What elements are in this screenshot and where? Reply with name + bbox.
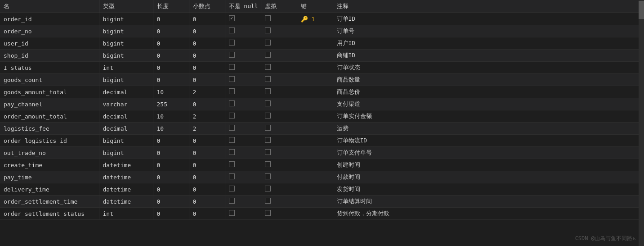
notnull-checkbox[interactable] <box>229 186 235 191</box>
cell-virtual[interactable] <box>261 13 297 25</box>
table-row[interactable]: logistics_feedecimal102运费 <box>0 123 644 135</box>
table-row[interactable]: shop_idbigint00商铺ID <box>0 50 644 62</box>
cell-notnull[interactable] <box>225 159 261 171</box>
notnull-checkbox[interactable] <box>229 76 235 82</box>
header-virtual: 虚拟 <box>261 0 297 13</box>
cell-notnull[interactable] <box>225 13 261 25</box>
cell-notnull[interactable] <box>225 135 261 147</box>
virtual-checkbox[interactable] <box>265 173 271 179</box>
virtual-checkbox[interactable] <box>265 113 271 118</box>
table-row[interactable]: user_idbigint00用户ID <box>0 37 644 50</box>
cell-notnull[interactable] <box>225 37 261 50</box>
cell-notnull[interactable] <box>225 183 261 196</box>
table-row[interactable]: I statusint00订单状态 <box>0 62 644 74</box>
cell-virtual[interactable] <box>261 50 297 62</box>
cell-decimal: 2 <box>189 86 225 98</box>
header-length: 长度 <box>153 0 189 13</box>
virtual-checkbox[interactable] <box>265 100 271 106</box>
virtual-checkbox[interactable] <box>265 40 271 46</box>
cell-virtual[interactable] <box>261 110 297 123</box>
notnull-checkbox[interactable] <box>229 52 235 58</box>
cell-virtual[interactable] <box>261 98 297 110</box>
table-row[interactable]: order_logistics_idbigint00订单物流ID <box>0 135 644 147</box>
table-row[interactable]: goods_countbigint00商品数量 <box>0 74 644 86</box>
virtual-checkbox[interactable] <box>265 27 271 33</box>
virtual-checkbox[interactable] <box>265 52 271 58</box>
table-row[interactable]: pay_channelvarchar2550支付渠道 <box>0 98 644 110</box>
cell-name: goods_amount_total <box>0 86 99 98</box>
notnull-checkbox[interactable] <box>229 210 235 216</box>
table-row[interactable]: order_nobigint00订单号 <box>0 25 644 37</box>
cell-notnull[interactable] <box>225 25 261 37</box>
table-row[interactable]: order_idbigint00🔑 1订单ID <box>0 13 644 25</box>
cell-virtual[interactable] <box>261 62 297 74</box>
virtual-checkbox[interactable] <box>265 137 271 143</box>
cell-virtual[interactable] <box>261 171 297 183</box>
cell-virtual[interactable] <box>261 123 297 135</box>
cell-decimal: 0 <box>189 50 225 62</box>
virtual-checkbox[interactable] <box>265 88 271 94</box>
cell-notnull[interactable] <box>225 98 261 110</box>
table-row[interactable]: goods_amount_totaldecimal102商品总价 <box>0 86 644 98</box>
cell-notnull[interactable] <box>225 123 261 135</box>
virtual-checkbox[interactable] <box>265 198 271 204</box>
cell-notnull[interactable] <box>225 110 261 123</box>
cell-name: order_settlement_status <box>0 208 99 220</box>
cell-length: 0 <box>153 25 189 37</box>
virtual-checkbox[interactable] <box>265 149 271 155</box>
cell-virtual[interactable] <box>261 159 297 171</box>
cell-virtual[interactable] <box>261 135 297 147</box>
cell-notnull[interactable] <box>225 171 261 183</box>
header-comment: 注释 <box>333 0 644 13</box>
cell-virtual[interactable] <box>261 183 297 196</box>
virtual-checkbox[interactable] <box>265 76 271 82</box>
notnull-checkbox[interactable] <box>229 137 235 143</box>
cell-comment: 支付渠道 <box>333 98 644 110</box>
table-header-row: 名 类型 长度 小数点 不是 null 虚拟 键 注释 <box>0 0 644 13</box>
notnull-checkbox[interactable] <box>229 15 235 21</box>
notnull-checkbox[interactable] <box>229 64 235 70</box>
cell-notnull[interactable] <box>225 86 261 98</box>
cell-virtual[interactable] <box>261 147 297 159</box>
cell-virtual[interactable] <box>261 74 297 86</box>
notnull-checkbox[interactable] <box>229 125 235 131</box>
notnull-checkbox[interactable] <box>229 27 235 33</box>
cell-notnull[interactable] <box>225 196 261 208</box>
cell-notnull[interactable] <box>225 147 261 159</box>
table-row[interactable]: order_amount_totaldecimal102订单实付金额 <box>0 110 644 123</box>
virtual-checkbox[interactable] <box>265 125 271 131</box>
notnull-checkbox[interactable] <box>229 113 235 118</box>
cell-virtual[interactable] <box>261 86 297 98</box>
notnull-checkbox[interactable] <box>229 40 235 46</box>
notnull-checkbox[interactable] <box>229 88 235 94</box>
virtual-checkbox[interactable] <box>265 186 271 191</box>
virtual-checkbox[interactable] <box>265 161 271 167</box>
cell-comment: 用户ID <box>333 37 644 50</box>
scrollbar-thumb[interactable] <box>639 1 644 19</box>
notnull-checkbox[interactable] <box>229 198 235 204</box>
notnull-checkbox[interactable] <box>229 149 235 155</box>
cell-type: bigint <box>99 74 153 86</box>
notnull-checkbox[interactable] <box>229 173 235 179</box>
table-row[interactable]: delivery_timedatetime00发货时间 <box>0 183 644 196</box>
notnull-checkbox[interactable] <box>229 100 235 106</box>
virtual-checkbox[interactable] <box>265 15 271 21</box>
scrollbar[interactable] <box>639 0 644 246</box>
watermark: CSDN @山鸟与鱼不同路⊾ <box>575 235 637 242</box>
notnull-checkbox[interactable] <box>229 161 235 167</box>
cell-virtual[interactable] <box>261 25 297 37</box>
table-row[interactable]: out_trade_nobigint00订单支付单号 <box>0 147 644 159</box>
table-row[interactable]: order_settlement_timedatetime00订单结算时间 <box>0 196 644 208</box>
table-row[interactable]: order_settlement_statusint00货到付款，分期付款 <box>0 208 644 220</box>
cell-virtual[interactable] <box>261 196 297 208</box>
cell-notnull[interactable] <box>225 74 261 86</box>
cell-notnull[interactable] <box>225 208 261 220</box>
virtual-checkbox[interactable] <box>265 64 271 70</box>
cell-notnull[interactable] <box>225 50 261 62</box>
table-row[interactable]: pay_timedatetime00付款时间 <box>0 171 644 183</box>
cell-virtual[interactable] <box>261 208 297 220</box>
cell-notnull[interactable] <box>225 62 261 74</box>
cell-virtual[interactable] <box>261 37 297 50</box>
table-row[interactable]: create_timedatetime00创建时间 <box>0 159 644 171</box>
virtual-checkbox[interactable] <box>265 210 271 216</box>
